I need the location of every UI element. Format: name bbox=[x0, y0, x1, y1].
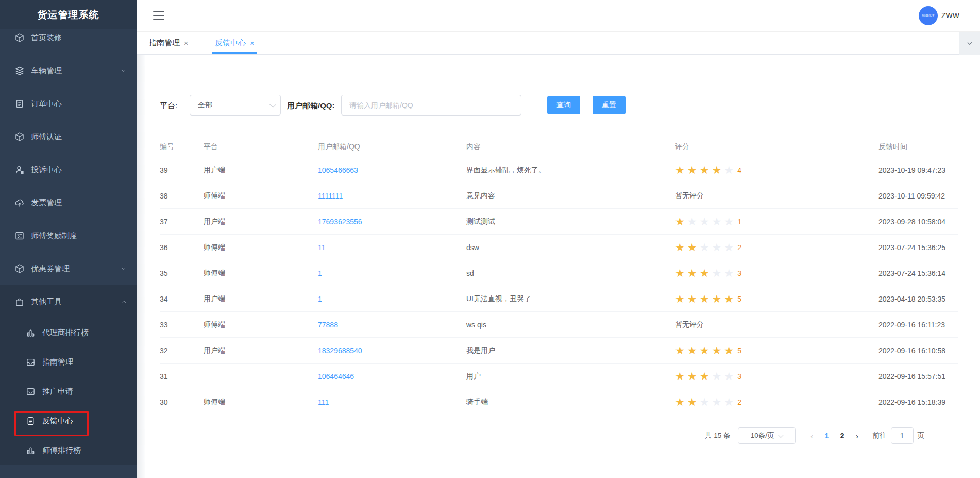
page-number-2[interactable]: 2 bbox=[835, 432, 850, 440]
cell-time: 2022-09-16 15:18:39 bbox=[878, 398, 958, 406]
reset-button[interactable]: 重置 bbox=[593, 96, 626, 114]
star-icon: ★ bbox=[675, 397, 685, 407]
table-row: 36 师傅端 11 dsw ★★★★★2 2023-07-24 15:36:25 bbox=[160, 235, 958, 260]
sidebar-item-1[interactable]: 车辆管理 bbox=[0, 54, 137, 87]
cell-rating: ★★★★★3 bbox=[675, 371, 878, 382]
star-icon: ★ bbox=[687, 345, 697, 356]
sidebar-subitem-4[interactable]: 师傅排行榜 bbox=[0, 436, 137, 465]
cube-icon bbox=[14, 263, 25, 274]
rating-value: 2 bbox=[737, 243, 741, 252]
table-row: 35 师傅端 1 sd ★★★★★3 2023-07-24 15:36:14 bbox=[160, 260, 958, 286]
top-header: 师傅代理 ZWW bbox=[137, 0, 980, 32]
goto-page-input[interactable] bbox=[891, 427, 914, 444]
hamburger-menu-icon[interactable] bbox=[153, 11, 164, 20]
table-body: 39 用户端 1065466663 界面显示错乱，烦死了。 ★★★★★4 202… bbox=[160, 157, 958, 415]
cell-content: UI无法直视，丑哭了 bbox=[466, 294, 675, 304]
bag-icon bbox=[14, 296, 25, 307]
platform-filter-label: 平台: bbox=[160, 101, 177, 111]
contact-link[interactable]: 1065466663 bbox=[318, 166, 358, 174]
sidebar-item-2[interactable]: 订单中心 bbox=[0, 87, 137, 120]
star-icon: ★ bbox=[724, 242, 734, 253]
cell-id: 36 bbox=[160, 243, 204, 252]
sidebar-item-label: 其他工具 bbox=[31, 297, 62, 307]
sidebar-subitem-label: 推广申请 bbox=[42, 387, 73, 397]
email-filter-label: 用户邮箱/QQ: bbox=[287, 101, 335, 111]
user-icon bbox=[14, 164, 25, 175]
sidebar-item-6[interactable]: 师傅奖励制度 bbox=[0, 219, 137, 252]
page-number-1[interactable]: 1 bbox=[819, 432, 835, 440]
sidebar-item-label: 投诉中心 bbox=[31, 165, 62, 175]
sidebar-subitem-1[interactable]: 指南管理 bbox=[0, 348, 137, 377]
close-icon[interactable]: × bbox=[250, 40, 254, 47]
cell-platform: 师傅端 bbox=[204, 243, 318, 252]
cell-id: 31 bbox=[160, 372, 204, 381]
cube-icon bbox=[14, 131, 25, 142]
cell-content: 我是用户 bbox=[466, 346, 675, 355]
sidebar-subitem-label: 师傅排行榜 bbox=[42, 446, 81, 455]
star-icon: ★ bbox=[687, 164, 697, 175]
prev-page-button[interactable]: ‹ bbox=[805, 432, 819, 440]
cell-time: 2022-09-16 15:57:51 bbox=[878, 372, 958, 381]
chevron-down-icon bbox=[778, 432, 784, 438]
cell-content: 用户 bbox=[466, 372, 675, 381]
rating-value: 4 bbox=[737, 166, 741, 174]
cell-content: 界面显示错乱，烦死了。 bbox=[466, 166, 675, 175]
user-menu[interactable]: 师傅代理 ZWW bbox=[919, 6, 959, 25]
star-rating: ★★★★★2 bbox=[675, 242, 741, 253]
sidebar-item-5[interactable]: 发票管理 bbox=[0, 186, 137, 219]
tab-0[interactable]: 指南管理 × bbox=[146, 32, 191, 54]
contact-link[interactable]: 1 bbox=[318, 269, 322, 277]
sidebar-item-label: 订单中心 bbox=[31, 99, 62, 109]
star-rating: ★★★★★2 bbox=[675, 397, 741, 407]
contact-link[interactable]: 11 bbox=[318, 243, 326, 252]
sidebar-subitem-label: 代理商排行榜 bbox=[42, 328, 89, 338]
close-icon[interactable]: × bbox=[184, 40, 188, 47]
star-icon: ★ bbox=[712, 371, 721, 382]
table-row: 31 106464646 用户 ★★★★★3 2022-09-16 15:57:… bbox=[160, 364, 958, 389]
star-icon: ★ bbox=[712, 397, 721, 407]
sidebar-item-7[interactable]: 优惠券管理 bbox=[0, 252, 137, 285]
table-row: 32 用户端 18329688540 我是用户 ★★★★★5 2022-09-1… bbox=[160, 338, 958, 364]
sidebar-subitem-2[interactable]: 推广申请 bbox=[0, 377, 137, 406]
contact-link[interactable]: 111 bbox=[318, 398, 329, 406]
star-icon: ★ bbox=[724, 164, 734, 175]
cell-platform: 师傅端 bbox=[204, 269, 318, 278]
contact-link[interactable]: 77888 bbox=[318, 321, 338, 329]
next-page-button[interactable]: › bbox=[850, 432, 865, 440]
star-icon: ★ bbox=[712, 293, 721, 304]
star-rating: ★★★★★3 bbox=[675, 371, 741, 382]
tab-1[interactable]: 反馈中心 × bbox=[212, 32, 257, 54]
star-icon: ★ bbox=[675, 268, 685, 278]
tab-label: 指南管理 bbox=[149, 38, 180, 48]
sidebar-item-4[interactable]: 投诉中心 bbox=[0, 153, 137, 186]
platform-select-value: 全部 bbox=[198, 101, 212, 110]
cell-rating: ★★★★★1 bbox=[675, 216, 878, 227]
platform-select[interactable]: 全部 bbox=[190, 95, 281, 116]
star-icon: ★ bbox=[687, 371, 697, 382]
table-row: 30 师傅端 111 骑手端 ★★★★★2 2022-09-16 15:18:3… bbox=[160, 389, 958, 415]
star-icon: ★ bbox=[687, 268, 697, 278]
contact-link[interactable]: 1 bbox=[318, 295, 322, 303]
search-button[interactable]: 查询 bbox=[547, 96, 580, 114]
tab-actions-dropdown[interactable] bbox=[959, 32, 980, 55]
sidebar-subitem-0[interactable]: 代理商排行榜 bbox=[0, 318, 137, 348]
contact-link[interactable]: 106464646 bbox=[318, 372, 354, 381]
cell-time: 2023-09-28 10:58:04 bbox=[878, 218, 958, 226]
contact-link[interactable]: 1111111 bbox=[318, 192, 343, 200]
contact-link[interactable]: 18329688540 bbox=[318, 347, 362, 355]
cell-time: 2022-09-16 16:10:58 bbox=[878, 347, 958, 355]
cell-content: 骑手端 bbox=[466, 398, 675, 407]
email-search-input[interactable] bbox=[341, 95, 521, 116]
cell-time: 2023-07-24 15:36:25 bbox=[878, 243, 958, 252]
star-icon: ★ bbox=[675, 293, 685, 304]
cell-platform: 师傅端 bbox=[204, 398, 318, 407]
star-icon: ★ bbox=[675, 164, 685, 175]
cell-rating: ★★★★★2 bbox=[675, 242, 878, 253]
page-size-select[interactable]: 10条/页 bbox=[738, 427, 796, 444]
sidebar-item-8[interactable]: 其他工具 bbox=[0, 285, 137, 318]
cell-id: 33 bbox=[160, 321, 204, 329]
contact-link[interactable]: 17693623556 bbox=[318, 218, 362, 226]
avatar[interactable]: 师傅代理 bbox=[919, 6, 938, 25]
inbox-icon bbox=[26, 357, 36, 367]
sidebar-item-3[interactable]: 师傅认证 bbox=[0, 120, 137, 153]
